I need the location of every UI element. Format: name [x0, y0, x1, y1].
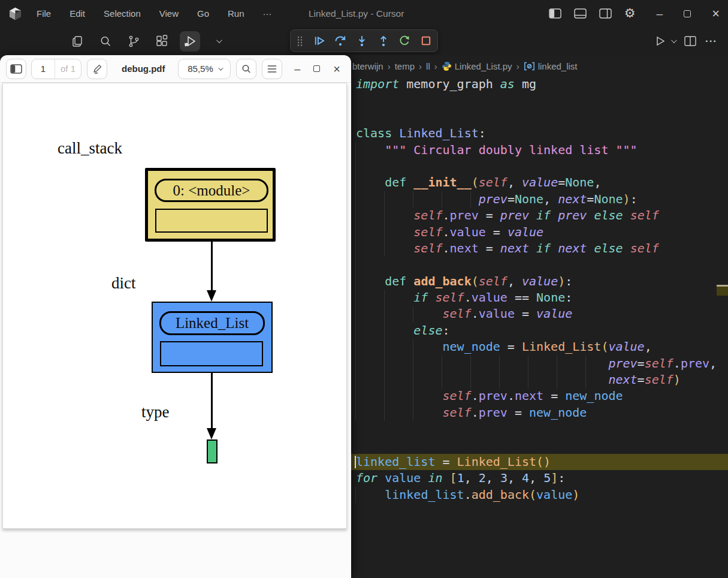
- code-line[interactable]: for value in [1, 2, 3, 4, 5]:: [351, 470, 728, 486]
- toggle-primary-sidebar-icon[interactable]: [549, 8, 561, 19]
- code-line[interactable]: def add_back(self, value):: [351, 273, 728, 290]
- menu-more[interactable]: ···: [262, 6, 273, 21]
- code-token: 3: [500, 471, 508, 485]
- code-line[interactable]: self.prev.next = new_node: [351, 388, 728, 404]
- explorer-icon[interactable]: [67, 31, 87, 52]
- editor-actions: ···: [654, 27, 717, 55]
- code-token: [623, 208, 630, 222]
- code-token: ==: [508, 290, 536, 305]
- pdf-search-icon[interactable]: [236, 59, 256, 79]
- code-token: (: [529, 487, 536, 502]
- breadcrumb: bterwijn › temp › ll › Linked_List.py › …: [352, 59, 578, 73]
- search-icon[interactable]: [95, 31, 116, 52]
- code-token: [356, 208, 413, 222]
- debug-step-into-icon[interactable]: [356, 35, 368, 47]
- run-and-debug-icon[interactable]: [180, 31, 200, 52]
- code-token: value: [472, 290, 508, 305]
- run-dropdown-chevron-icon[interactable]: [671, 37, 677, 43]
- menu-file[interactable]: File: [35, 6, 52, 21]
- code-line[interactable]: self.prev = new_node: [351, 405, 728, 421]
- pdf-maximize-button[interactable]: [313, 65, 320, 72]
- settings-gear-icon[interactable]: ⚙: [624, 7, 636, 20]
- code-line[interactable]: """ Circular doubly linked list """: [351, 142, 728, 158]
- code-line[interactable]: self.next = next if next else self: [351, 240, 728, 257]
- code-line[interactable]: self.prev = prev if prev else self: [351, 207, 728, 224]
- code-area[interactable]: import memory_graph as mgclass Linked_Li…: [351, 76, 728, 503]
- code-line[interactable]: next=self): [351, 372, 728, 388]
- pdf-page-number[interactable]: 1: [32, 59, 55, 79]
- debug-continue-icon[interactable]: [313, 35, 325, 47]
- code-token: add_back: [472, 487, 529, 502]
- activity-overflow-chevron-icon[interactable]: [208, 31, 228, 52]
- source-control-icon[interactable]: [123, 31, 144, 52]
- run-python-file-icon[interactable]: [654, 35, 666, 47]
- code-line[interactable]: [351, 257, 728, 273]
- activity-bar: [67, 27, 228, 55]
- code-token: new_node: [565, 389, 623, 403]
- code-token: (: [601, 339, 608, 354]
- code-line[interactable]: else:: [351, 323, 728, 339]
- split-editor-icon[interactable]: [684, 36, 696, 46]
- indent-guide: [384, 290, 385, 421]
- code-line[interactable]: if self.value == None:: [351, 290, 728, 306]
- overview-ruler-current-line-marker[interactable]: [717, 285, 728, 296]
- debug-step-over-icon[interactable]: [334, 35, 346, 47]
- menu-run[interactable]: Run: [226, 6, 246, 21]
- code-line[interactable]: prev=self.prev,: [351, 356, 728, 372]
- pdf-menu-icon[interactable]: [262, 59, 282, 79]
- code-token: :: [565, 290, 572, 305]
- menu-selection[interactable]: Selection: [102, 6, 142, 21]
- toggle-panel-icon[interactable]: [574, 8, 587, 19]
- code-line[interactable]: linked_list.add_back(value): [351, 487, 728, 503]
- code-token: .: [673, 356, 681, 371]
- code-line[interactable]: import memory_graph as mg: [351, 76, 728, 92]
- pdf-page-selector[interactable]: 1 of 1: [31, 59, 81, 79]
- code-line-current[interactable]: linked_list = Linked_List(): [351, 454, 728, 470]
- debug-stop-icon[interactable]: [420, 35, 432, 47]
- pdf-zoom-select[interactable]: 85,5%: [178, 59, 231, 79]
- code-line[interactable]: class Linked_List:: [351, 125, 728, 142]
- code-token: :: [479, 126, 486, 140]
- breadcrumb-symbol[interactable]: linked_list: [538, 61, 578, 71]
- code-line[interactable]: [351, 158, 728, 174]
- pdf-close-button[interactable]: ×: [333, 63, 340, 75]
- code-token: [587, 208, 594, 222]
- code-line[interactable]: [351, 438, 728, 454]
- code-line[interactable]: [351, 109, 728, 125]
- maximize-button[interactable]: [684, 10, 691, 17]
- minimize-button[interactable]: –: [657, 8, 663, 19]
- toggle-secondary-sidebar-icon[interactable]: [599, 8, 612, 19]
- breadcrumb-folder[interactable]: bterwijn: [352, 61, 383, 71]
- code-line[interactable]: self.value = value: [351, 224, 728, 240]
- code-line[interactable]: [351, 92, 728, 109]
- breadcrumb-file[interactable]: Linked_List.py: [455, 61, 512, 71]
- close-button[interactable]: ×: [712, 7, 720, 20]
- debug-step-out-icon[interactable]: [377, 35, 389, 47]
- code-line[interactable]: self.value = value: [351, 306, 728, 322]
- code-line[interactable]: prev=None, next=None):: [351, 191, 728, 207]
- code-token: 1: [457, 471, 464, 485]
- code-token: next: [608, 372, 637, 387]
- code-line[interactable]: def __init__(self, value=None,: [351, 174, 728, 191]
- code-token: [529, 208, 536, 222]
- pdf-annotate-pen-icon[interactable]: [87, 59, 107, 79]
- code-token: 4: [522, 471, 529, 485]
- code-line[interactable]: [351, 421, 728, 437]
- breadcrumb-folder[interactable]: temp: [395, 61, 415, 71]
- code-token: self: [413, 225, 442, 239]
- menu-edit[interactable]: Edit: [68, 6, 86, 21]
- pdf-minimize-button[interactable]: –: [294, 64, 300, 74]
- menu-go[interactable]: Go: [196, 6, 210, 21]
- more-actions-icon[interactable]: ···: [705, 35, 717, 47]
- code-line[interactable]: new_node = Linked_List(value,: [351, 339, 728, 355]
- debug-toolbar-grip[interactable]: [296, 35, 304, 46]
- code-token: [356, 225, 413, 239]
- breadcrumb-separator: ›: [430, 61, 442, 71]
- code-token: [623, 241, 630, 255]
- breadcrumb-folder[interactable]: ll: [426, 61, 430, 71]
- menu-view[interactable]: View: [158, 6, 180, 21]
- pdf-sidebar-toggle-icon[interactable]: [6, 59, 26, 79]
- debug-restart-icon[interactable]: [398, 35, 410, 47]
- extensions-icon[interactable]: [152, 31, 172, 52]
- code-token: value: [536, 487, 572, 502]
